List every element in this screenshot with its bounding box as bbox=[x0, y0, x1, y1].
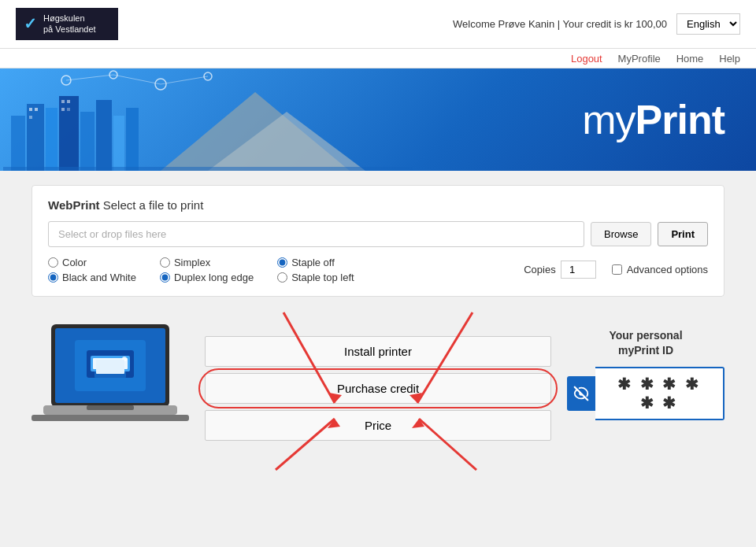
webprint-title-regular: Select a file to print bbox=[100, 198, 204, 212]
svg-rect-8 bbox=[113, 116, 124, 171]
banner: myPrint bbox=[0, 68, 756, 171]
banner-title: myPrint bbox=[582, 96, 724, 143]
personal-id-title-line2: myPrint ID bbox=[567, 343, 724, 359]
duplex-option[interactable]: Duplex long edge bbox=[160, 272, 254, 283]
banner-title-regular: my bbox=[582, 97, 635, 142]
svg-rect-14 bbox=[67, 100, 70, 103]
nav-bar: Logout MyProfile Home Help bbox=[0, 49, 756, 68]
personal-id-title: Your personal myPrint ID bbox=[567, 328, 724, 359]
banner-city bbox=[0, 68, 416, 171]
copies-input[interactable] bbox=[561, 261, 596, 279]
laptop-area bbox=[32, 312, 189, 456]
svg-rect-3 bbox=[27, 104, 44, 171]
install-printer-button[interactable]: Install printer bbox=[205, 336, 551, 367]
simplex-radio[interactable] bbox=[160, 257, 170, 268]
myprofile-link[interactable]: MyProfile bbox=[618, 53, 661, 65]
staple-top-radio[interactable] bbox=[277, 272, 287, 283]
svg-rect-6 bbox=[80, 112, 94, 171]
myprint-id-box: ✱ ✱ ✱ ✱ ✱ ✱ bbox=[567, 367, 724, 420]
file-row: Select or drop files here Browse Print bbox=[48, 221, 708, 247]
svg-rect-5 bbox=[59, 96, 79, 171]
svg-rect-12 bbox=[29, 116, 32, 119]
svg-line-22 bbox=[113, 75, 161, 84]
language-select[interactable]: English Norsk bbox=[676, 13, 740, 35]
color-option-group: Color Black and White bbox=[48, 257, 136, 283]
svg-rect-4 bbox=[46, 108, 57, 171]
options-row: Color Black and White Simplex Duplex lon… bbox=[48, 257, 708, 283]
staple-option-group: Staple off Staple top left bbox=[277, 257, 354, 283]
advanced-group: Advanced options bbox=[612, 264, 708, 275]
svg-line-23 bbox=[161, 76, 208, 84]
logout-link[interactable]: Logout bbox=[571, 53, 602, 65]
color-option[interactable]: Color bbox=[48, 257, 136, 268]
print-button[interactable]: Print bbox=[658, 222, 708, 246]
laptop-illustration bbox=[32, 312, 189, 454]
webprint-title-bold: WebPrint bbox=[48, 198, 100, 212]
svg-rect-35 bbox=[32, 415, 189, 421]
svg-line-21 bbox=[66, 75, 113, 80]
copies-group: Copies bbox=[524, 261, 595, 279]
svg-rect-33 bbox=[96, 360, 124, 374]
home-link[interactable]: Home bbox=[676, 53, 704, 65]
eye-button[interactable] bbox=[567, 376, 595, 411]
webprint-title: WebPrint Select a file to print bbox=[48, 198, 708, 212]
header-right: Welcome Prøve Kanin | Your credit is kr … bbox=[453, 13, 740, 35]
id-display: ✱ ✱ ✱ ✱ ✱ ✱ bbox=[595, 367, 724, 420]
duplex-radio[interactable] bbox=[160, 272, 170, 283]
bottom-content-wrapper: Install printer Purchase credit Price Yo… bbox=[32, 312, 724, 456]
webprint-box: WebPrint Select a file to print Select o… bbox=[32, 185, 724, 297]
advanced-checkbox[interactable] bbox=[612, 264, 622, 275]
svg-rect-36 bbox=[87, 405, 134, 410]
city-illustration bbox=[0, 68, 416, 171]
svg-rect-2 bbox=[11, 116, 25, 171]
logo: ✓ Høgskulen på Vestlandet bbox=[16, 8, 118, 40]
advanced-label[interactable]: Advanced options bbox=[627, 264, 708, 275]
purchase-credit-button[interactable]: Purchase credit bbox=[205, 373, 551, 404]
bottom-section: Install printer Purchase credit Price Yo… bbox=[32, 312, 724, 456]
main: WebPrint Select a file to print Select o… bbox=[16, 185, 740, 456]
staple-off-option[interactable]: Staple off bbox=[277, 257, 354, 268]
bw-radio[interactable] bbox=[48, 272, 58, 283]
file-input-area[interactable]: Select or drop files here bbox=[48, 221, 584, 247]
help-link[interactable]: Help bbox=[719, 53, 740, 65]
svg-rect-7 bbox=[96, 100, 112, 171]
copies-label: Copies bbox=[524, 264, 555, 275]
right-panel: Your personal myPrint ID ✱ ✱ ✱ ✱ ✱ ✱ bbox=[567, 312, 724, 420]
welcome-text: Welcome Prøve Kanin | Your credit is kr … bbox=[453, 18, 667, 30]
logo-text: Høgskulen på Vestlandet bbox=[43, 13, 96, 35]
bw-option[interactable]: Black and White bbox=[48, 272, 136, 283]
eye-slash-icon bbox=[573, 385, 590, 402]
svg-rect-9 bbox=[126, 108, 139, 171]
color-radio[interactable] bbox=[48, 257, 58, 268]
banner-title-bold: Print bbox=[636, 97, 724, 142]
staple-off-radio[interactable] bbox=[277, 257, 287, 268]
simplex-option[interactable]: Simplex bbox=[160, 257, 254, 268]
purchase-btn-wrapper: Purchase credit bbox=[205, 373, 551, 404]
price-button[interactable]: Price bbox=[205, 410, 551, 441]
browse-button[interactable]: Browse bbox=[591, 222, 651, 246]
duplex-option-group: Simplex Duplex long edge bbox=[160, 257, 254, 283]
svg-rect-11 bbox=[35, 108, 38, 111]
logo-icon: ✓ bbox=[24, 14, 37, 33]
svg-rect-13 bbox=[61, 100, 65, 103]
center-buttons: Install printer Purchase credit Price bbox=[205, 312, 551, 441]
personal-id-title-line1: Your personal bbox=[567, 328, 724, 344]
svg-rect-15 bbox=[61, 108, 65, 111]
svg-rect-10 bbox=[29, 108, 32, 111]
svg-rect-24 bbox=[3, 167, 413, 171]
staple-top-option[interactable]: Staple top left bbox=[277, 272, 354, 283]
header: ✓ Høgskulen på Vestlandet Welcome Prøve … bbox=[0, 0, 756, 49]
svg-rect-16 bbox=[67, 108, 70, 111]
